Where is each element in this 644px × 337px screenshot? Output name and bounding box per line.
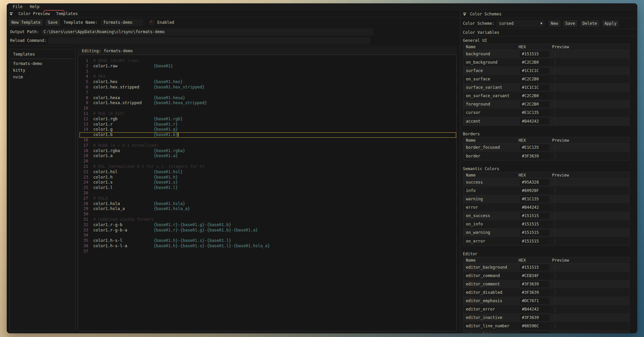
variable-hex-input[interactable]: #151515 bbox=[520, 213, 549, 219]
variable-hex-input[interactable]: #3F3639 bbox=[520, 315, 549, 321]
variable-hex-input[interactable]: #151515 bbox=[520, 51, 549, 57]
variable-name: editor_comment bbox=[463, 282, 519, 286]
variable-hex-input[interactable]: #151515 bbox=[520, 221, 549, 227]
variable-hex-input[interactable]: #CEB34F bbox=[520, 273, 549, 279]
color-swatch[interactable] bbox=[555, 180, 555, 185]
menu-item-help[interactable]: Help bbox=[30, 4, 40, 9]
section-borders: BordersNameHEXPreviewborder_focused#E1C1… bbox=[463, 130, 630, 160]
variable-preview-cell bbox=[552, 85, 629, 90]
variable-hex-cell: #60928F bbox=[519, 188, 552, 194]
variable-hex-input[interactable]: #B44242 bbox=[520, 118, 549, 124]
scheme-buttons: NewSaveDeleteApply bbox=[548, 20, 619, 27]
color-swatch[interactable] bbox=[555, 205, 555, 210]
template-list-item[interactable]: formats-demo bbox=[10, 60, 75, 67]
code-line-current[interactable]: color1.b{base01.b} bbox=[79, 132, 456, 138]
color-swatch[interactable] bbox=[555, 265, 555, 270]
code-template-value: {base01.b} bbox=[154, 132, 178, 137]
variable-hex-input[interactable]: #1C1C1C bbox=[520, 68, 549, 74]
output-path-input[interactable]: C:\Users\user\AppData\Roaming\clrsync\fo… bbox=[41, 28, 373, 36]
variable-hex-input[interactable]: #86596C bbox=[520, 323, 549, 329]
variable-hex-input[interactable]: #B44242 bbox=[520, 306, 549, 313]
color-scheme-select[interactable]: cursed ▼ bbox=[496, 20, 545, 27]
scheme-delete-button[interactable]: Delete bbox=[580, 20, 599, 27]
color-variable-row: border_focused#E1C135 bbox=[463, 143, 629, 152]
variable-hex-input[interactable]: #3F3639 bbox=[520, 289, 549, 296]
variable-hex-input[interactable]: #60928F bbox=[520, 331, 549, 333]
color-swatch[interactable] bbox=[555, 51, 555, 57]
template-name-input[interactable]: formats-demo bbox=[101, 19, 143, 26]
color-swatch[interactable] bbox=[555, 221, 555, 227]
line-number: 5 bbox=[79, 79, 88, 85]
color-swatch[interactable] bbox=[555, 145, 555, 150]
variable-hex-input[interactable]: #95A328 bbox=[520, 179, 549, 186]
line-number: 35 bbox=[79, 238, 88, 244]
template-code-editor[interactable]: 1# BASE COLORS (raw)2color1.raw{base01}3… bbox=[78, 55, 457, 331]
variable-name: surface_variant bbox=[463, 85, 519, 90]
color-swatch[interactable] bbox=[555, 213, 555, 218]
color-swatch[interactable] bbox=[555, 323, 555, 329]
variable-name: editor_emphasis bbox=[463, 298, 519, 303]
code-template-value: {base01.hex} bbox=[154, 79, 183, 84]
variable-hex-input[interactable]: #151515 bbox=[520, 264, 549, 271]
variable-hex-input[interactable]: #C2C2B0 bbox=[520, 76, 549, 82]
color-swatch[interactable] bbox=[555, 188, 555, 193]
variable-hex-input[interactable]: #3F3639 bbox=[520, 281, 549, 287]
color-swatch[interactable] bbox=[555, 110, 555, 115]
color-swatch[interactable] bbox=[555, 298, 555, 304]
variable-hex-cell: #151515 bbox=[519, 221, 552, 227]
color-swatch[interactable] bbox=[555, 68, 555, 73]
color-swatch[interactable] bbox=[555, 315, 555, 320]
enabled-label: Enabled bbox=[157, 20, 174, 25]
color-swatch[interactable] bbox=[555, 102, 555, 107]
reload-command-input[interactable] bbox=[48, 37, 370, 44]
variable-name: on_warning bbox=[463, 230, 519, 235]
reload-command-row: Reload Command: bbox=[7, 36, 460, 45]
code-key: color1.r-g-b bbox=[93, 222, 154, 228]
variable-hex-input[interactable]: #E1C135 bbox=[520, 110, 549, 116]
color-swatch[interactable] bbox=[555, 153, 555, 159]
color-variable-table: NameHEXPreviewborder_focused#E1C135borde… bbox=[463, 137, 630, 160]
variable-hex-input[interactable]: #C2C2B0 bbox=[520, 93, 549, 99]
color-swatch[interactable] bbox=[555, 281, 555, 287]
variable-hex-input[interactable]: #C2C2B0 bbox=[520, 59, 549, 66]
variable-hex-input[interactable]: #3F3639 bbox=[520, 153, 549, 159]
code-key: color1.hsla_a bbox=[93, 206, 154, 212]
color-swatch[interactable] bbox=[555, 196, 555, 202]
color-variable-row: editor_disabled#3F3639 bbox=[463, 288, 629, 297]
variable-hex-input[interactable]: #151515 bbox=[520, 229, 549, 236]
color-swatch[interactable] bbox=[555, 119, 555, 124]
save-template-button[interactable]: Save bbox=[46, 19, 60, 26]
scheme-save-button[interactable]: Save bbox=[563, 20, 578, 27]
new-template-button[interactable]: New Template bbox=[9, 19, 43, 26]
template-list-item[interactable]: kitty bbox=[10, 67, 75, 74]
color-swatch[interactable] bbox=[555, 273, 555, 278]
color-swatch[interactable] bbox=[555, 332, 555, 333]
enabled-checkbox[interactable]: ✓ bbox=[149, 20, 155, 25]
variable-hex-input[interactable]: #151515 bbox=[520, 238, 549, 244]
color-swatch[interactable] bbox=[555, 85, 555, 90]
variable-hex-input[interactable]: #B44242 bbox=[520, 204, 549, 211]
collapse-panel-icon[interactable] bbox=[463, 12, 467, 16]
line-number: 1 bbox=[79, 58, 88, 64]
variable-hex-input[interactable]: #E1C135 bbox=[520, 196, 549, 202]
color-swatch[interactable] bbox=[555, 230, 555, 235]
menu-item-file[interactable]: File bbox=[13, 4, 22, 9]
scheme-apply-button[interactable]: Apply bbox=[602, 20, 619, 27]
color-swatch[interactable] bbox=[555, 239, 555, 244]
variable-hex-input[interactable]: #60928F bbox=[520, 188, 549, 194]
collapse-panel-icon[interactable] bbox=[9, 12, 13, 15]
scheme-new-button[interactable]: New bbox=[548, 20, 560, 27]
template-list-item[interactable]: nvim bbox=[10, 74, 75, 80]
color-variable-row: editor_background#151515 bbox=[463, 263, 629, 272]
variable-hex-input[interactable]: #E1C135 bbox=[520, 144, 549, 151]
variable-hex-input[interactable]: #DC7671 bbox=[520, 298, 549, 304]
color-swatch[interactable] bbox=[555, 93, 555, 98]
variable-hex-input[interactable]: #1C1C1C bbox=[520, 84, 549, 91]
code-line: 3 bbox=[79, 69, 456, 74]
color-swatch[interactable] bbox=[555, 307, 555, 312]
variable-hex-input[interactable]: #C2C2B0 bbox=[520, 101, 549, 108]
variable-hex-cell: #B44242 bbox=[519, 204, 552, 211]
color-swatch[interactable] bbox=[555, 60, 555, 65]
color-swatch[interactable] bbox=[555, 76, 555, 82]
color-swatch[interactable] bbox=[555, 290, 555, 295]
